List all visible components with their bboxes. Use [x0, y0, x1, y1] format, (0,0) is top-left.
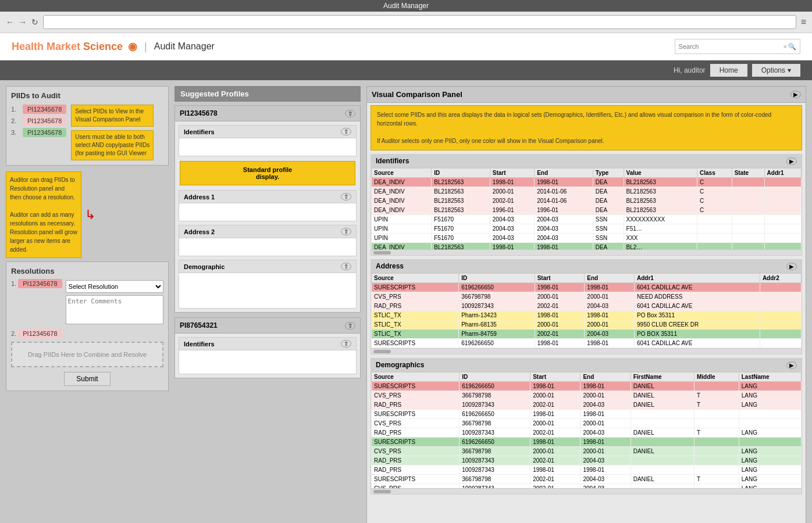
list-item: 3. PI12345678 — [11, 128, 66, 137]
address-scrollbar-thumb — [373, 350, 391, 353]
options-arrow-icon: ▾ — [788, 66, 791, 74]
nav-bar: Hi, auditor Home Options ▾ — [0, 60, 812, 80]
resolution-piid-2[interactable]: PI12345678 — [18, 329, 62, 338]
profile-2-collapse[interactable]: ⇧ — [345, 322, 355, 329]
search-clear-icon[interactable]: × — [783, 43, 787, 50]
piid-tag-1[interactable]: PI12345678 — [23, 105, 66, 114]
addr-col-source: Source — [372, 274, 459, 283]
table-row: RAD_PRS10092873432002-012004-03DANIELTLA… — [372, 400, 802, 410]
table-row: RAD_PRS10092873432002-012004-03LANG — [372, 456, 802, 465]
col-end: End — [535, 169, 593, 178]
user-note: Users must be able to bothselect AND cop… — [71, 130, 154, 160]
submit-button[interactable]: Submit — [64, 372, 111, 386]
demographic-collapse[interactable]: ⇧ — [341, 263, 351, 270]
drag-zone[interactable]: Drag PIIDs Here to Combine and Resolve — [11, 342, 163, 367]
piids-title: PIIDs to Audit — [11, 91, 163, 100]
menu-icon[interactable]: ≡ — [801, 17, 806, 27]
address2-content — [179, 238, 356, 256]
back-button[interactable]: ← — [6, 17, 14, 27]
logo-accent: Science — [83, 41, 123, 52]
visual-comparison-header: Visual Comparison Panel ▶ — [367, 87, 806, 103]
identifiers-section-header: Identifiers ▶ — [371, 155, 802, 168]
table-row: SURESCRIPTS61962666501998-011998-016041 … — [372, 283, 802, 292]
col-state: State — [732, 169, 764, 178]
table-row: SURESCRIPTS61962666501998-011998-01 — [372, 410, 802, 419]
address-section-collapse[interactable]: ▶ — [786, 263, 797, 270]
col-class: Class — [697, 169, 732, 178]
address2-subheader: Address 2 ⇧ — [179, 225, 356, 238]
address-label: Address — [376, 262, 404, 270]
identifiers-collapse[interactable]: ⇧ — [341, 128, 351, 135]
browser-chrome: ← → ↻ ≡ — [0, 12, 812, 33]
piid-tag-2[interactable]: PI12345678 — [23, 116, 66, 126]
forward-button[interactable]: → — [19, 17, 27, 27]
piids-panel: PIIDs to Audit 1. PI12345678 2. PI123456… — [6, 86, 169, 166]
address-scrollbar[interactable] — [371, 348, 802, 354]
address1-content — [179, 203, 356, 221]
demo-col-start: Start — [530, 372, 580, 382]
address2-collapse[interactable]: ⇧ — [341, 228, 351, 235]
app-logo: Health Market Science ◉ — [12, 40, 137, 53]
piid-tag-3[interactable]: PI12345678 — [23, 128, 66, 137]
comment-input-1[interactable] — [66, 295, 163, 324]
resolution-item-2: 2. PI12345678 — [11, 330, 163, 337]
identifiers-section-collapse[interactable]: ▶ — [786, 157, 797, 165]
demo-col-end: End — [580, 372, 631, 382]
table-row: CVS_PRS3667987982000-012000-01NEED ADDRE… — [372, 292, 802, 302]
identifiers-subheader: Identifiers ⇧ — [179, 126, 356, 138]
col-addr1: Addr1 — [764, 169, 801, 178]
logo-text: Health Market — [12, 41, 83, 52]
title-bar: Audit Manager — [0, 0, 812, 12]
logo-separator: | — [144, 41, 147, 53]
table-row: STLIC_TXPharm-681352000-012000-019950 CL… — [372, 320, 802, 329]
demographics-table-wrapper[interactable]: Source ID Start End FirstName Middle Las… — [371, 372, 802, 488]
search-icon[interactable]: 🔍 — [788, 43, 796, 51]
address-bar-input[interactable] — [43, 15, 796, 29]
address-table-wrapper[interactable]: Source ID Start End Addr1 Addr2 SURESCRI… — [371, 273, 802, 348]
profile-1-header: PI12345678 ⇧ — [175, 106, 360, 121]
identifiers-table-wrapper[interactable]: Source ID Start End Type Value Class Sta… — [371, 168, 802, 249]
refresh-button[interactable]: ↻ — [31, 17, 38, 27]
table-row: DEA_INDIVBL21825631998-011998-01DEABL2… — [372, 243, 802, 250]
std-profile-note: Standard profiledisplay. — [180, 161, 355, 185]
demographics-section-header: Demographics ▶ — [371, 359, 802, 372]
table-row: RAD_PRS10092873432002-012004-03DANIELTLA… — [372, 428, 802, 438]
table-row: RAD_PRS10092873432002-012004-036041 CADI… — [372, 302, 802, 311]
table-row: SURESCRIPTS61962666501998-011998-016041 … — [372, 339, 802, 348]
app-title-text: Audit Manager — [154, 41, 215, 52]
visual-comparison-collapse[interactable]: ▶ — [790, 91, 801, 98]
search-box: × 🔍 — [675, 39, 800, 54]
drag-arrow-icon: ↳ — [85, 171, 95, 258]
home-button[interactable]: Home — [710, 64, 747, 77]
search-input[interactable] — [679, 43, 783, 50]
address1-subsection: Address 1 ⇧ — [179, 190, 357, 221]
col-id: ID — [432, 169, 490, 178]
left-annotation-wrapper: Auditor can drag PIIDs to Resolution pan… — [6, 171, 169, 258]
demographics-scrollbar[interactable] — [371, 488, 802, 494]
address1-collapse[interactable]: ⇧ — [341, 193, 351, 200]
profile-1-collapse[interactable]: ⇧ — [345, 110, 355, 117]
resolution-piid-1[interactable]: PI12345678 — [18, 279, 62, 288]
demographics-label: Demographics — [376, 361, 424, 369]
table-row: DEA_INDIVBL21825631998-011998-01DEABL218… — [372, 178, 802, 187]
identifiers-2-collapse[interactable]: ⇧ — [341, 340, 351, 348]
profile-1-id: PI12345678 — [180, 109, 218, 117]
col-start: Start — [490, 169, 534, 178]
addr-col-addr2: Addr2 — [760, 274, 801, 283]
table-row: CVS_PRS3667987982000-012000-01 — [372, 419, 802, 428]
identifiers-table: Source ID Start End Type Value Class Sta… — [371, 168, 802, 249]
select-instruction: Select PIIDs to View in theVisual Compar… — [71, 105, 154, 127]
demographic-subheader: Demographic ⇧ — [179, 260, 356, 273]
resolution-select-1[interactable]: Select Resolution — [66, 280, 163, 293]
identifiers-scrollbar[interactable] — [371, 249, 802, 255]
resolutions-title: Resolutions — [11, 267, 163, 275]
demographics-section-collapse[interactable]: ▶ — [786, 361, 797, 369]
options-button[interactable]: Options ▾ — [752, 64, 800, 77]
logo-icon: ◉ — [128, 41, 137, 52]
table-row: UPINF516702004-032004-03SSNXXX — [372, 234, 802, 243]
greeting-text: Hi, auditor — [674, 66, 706, 74]
app-title: Audit Manager — [383, 2, 429, 10]
demo-col-middle: Middle — [694, 372, 739, 382]
identifiers-subsection-2: Identifiers ⇧ — [179, 337, 357, 374]
demo-col-firstname: FirstName — [631, 372, 694, 382]
